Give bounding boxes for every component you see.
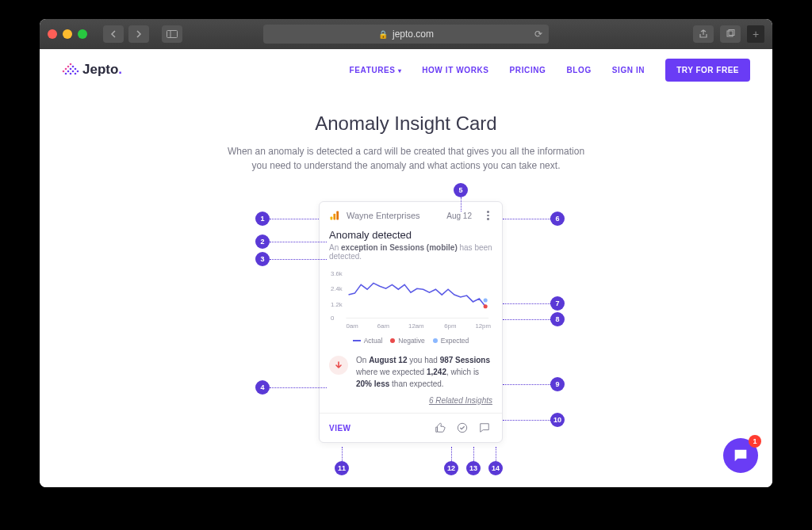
svg-point-5 (67, 66, 70, 68)
negative-point (484, 304, 488, 308)
url-text: jepto.com (393, 29, 434, 40)
svg-rect-19 (336, 212, 339, 220)
analytics-icon (329, 210, 340, 221)
share-button[interactable] (693, 25, 714, 43)
callout-14: 14 (488, 447, 503, 475)
nav-signin[interactable]: SIGN IN (612, 66, 645, 74)
svg-point-30 (458, 423, 466, 432)
svg-point-8 (70, 68, 72, 71)
card-header: Wayne Enterprises Aug 12 (320, 202, 502, 226)
svg-text:6pm: 6pm (444, 322, 456, 330)
logo[interactable]: Jepto. (62, 62, 122, 78)
chart-legend: Actual Negative Expected (329, 334, 492, 351)
svg-point-13 (77, 71, 79, 73)
legend-actual: Actual (353, 337, 383, 345)
card-summary: On August 12 you had 987 Sessions where … (320, 351, 502, 396)
summary-text: On August 12 you had 987 Sessions where … (356, 354, 492, 390)
callout-9: 9 (503, 377, 565, 391)
line-chart: 3.6k 2.4k 1.2k 0 0am 6a (329, 267, 492, 330)
chevron-down-icon: ▾ (398, 67, 402, 74)
check-circle-icon[interactable] (454, 420, 470, 436)
nav-features[interactable]: FEATURES▾ (350, 66, 402, 74)
callout-2: 2 (255, 234, 327, 249)
page-subtitle: When an anomaly is detected a card will … (224, 144, 588, 173)
callout-11: 11 (335, 447, 349, 475)
address-bar[interactable]: 🔒 jepto.com ⟳ (263, 25, 549, 44)
callout-6: 6 (503, 212, 565, 226)
footer-icons (432, 420, 492, 436)
trend-down-icon (329, 356, 348, 375)
logo-text: Jepto. (82, 62, 122, 78)
expected-point (484, 298, 488, 302)
lock-icon: 🔒 (378, 30, 388, 39)
svg-text:3.6k: 3.6k (331, 270, 343, 277)
svg-rect-18 (333, 214, 335, 220)
site-header: Jepto. FEATURES▾ HOW IT WORKS PRICING BL… (40, 49, 772, 90)
svg-point-16 (75, 73, 77, 75)
maximize-window[interactable] (78, 29, 87, 39)
nav-cta-button[interactable]: TRY FOR FREE (665, 59, 750, 82)
tabs-button[interactable] (720, 25, 741, 43)
thumbs-up-icon[interactable] (432, 420, 448, 436)
callout-13: 13 (466, 447, 481, 475)
svg-point-11 (67, 71, 70, 73)
svg-text:12am: 12am (408, 322, 424, 330)
nav-how-it-works[interactable]: HOW IT WORKS (422, 66, 488, 74)
card-date: Aug 12 (446, 212, 472, 220)
reload-icon[interactable]: ⟳ (534, 29, 542, 40)
svg-point-10 (63, 71, 65, 73)
legend-negative: Negative (390, 337, 425, 345)
svg-point-7 (65, 68, 67, 71)
nav-blog[interactable]: BLOG (566, 66, 591, 74)
forward-button[interactable] (128, 25, 149, 43)
titlebar-right: + (693, 25, 764, 43)
sidebar-toggle[interactable] (162, 25, 182, 43)
callout-12: 12 (444, 447, 458, 475)
svg-text:0am: 0am (347, 322, 358, 330)
callout-10: 10 (503, 413, 565, 427)
logo-icon (62, 63, 79, 77)
callout-3: 3 (255, 252, 327, 266)
page-content: Jepto. FEATURES▾ HOW IT WORKS PRICING BL… (40, 49, 772, 487)
comment-icon[interactable] (477, 420, 492, 436)
new-tab-button[interactable]: + (747, 25, 764, 43)
account-name: Wayne Enterprises (347, 211, 440, 220)
main-nav: FEATURES▾ HOW IT WORKS PRICING BLOG SIGN… (350, 59, 750, 82)
more-icon[interactable] (483, 211, 492, 220)
insight-card: Wayne Enterprises Aug 12 Anomaly detecte… (319, 201, 503, 443)
chat-badge: 1 (749, 435, 761, 448)
svg-point-9 (75, 68, 77, 71)
svg-point-14 (65, 73, 67, 75)
nav-buttons (103, 25, 182, 43)
related-insights-link[interactable]: 6 Related Insights (320, 396, 502, 413)
legend-expected: Expected (433, 337, 469, 345)
svg-point-6 (72, 66, 75, 68)
card-footer: VIEW (320, 413, 502, 442)
svg-text:1.2k: 1.2k (331, 301, 343, 308)
svg-rect-17 (331, 217, 333, 220)
view-button[interactable]: VIEW (329, 424, 351, 433)
close-window[interactable] (48, 29, 57, 39)
svg-point-4 (70, 63, 72, 66)
svg-text:6am: 6am (377, 322, 389, 330)
minimize-window[interactable] (63, 29, 72, 39)
chart: 3.6k 2.4k 1.2k 0 0am 6a (320, 261, 502, 351)
browser-window: 🔒 jepto.com ⟳ + (40, 19, 772, 487)
card-subtitle: An exception in Sessions (mobile) has be… (320, 241, 502, 261)
nav-pricing[interactable]: PRICING (510, 66, 546, 74)
svg-point-15 (70, 73, 72, 75)
svg-text:2.4k: 2.4k (331, 285, 343, 292)
callout-8: 8 (503, 312, 565, 326)
back-button[interactable] (103, 25, 124, 43)
browser-titlebar: 🔒 jepto.com ⟳ + (40, 19, 772, 49)
svg-rect-0 (167, 31, 178, 38)
chat-widget[interactable]: 1 (723, 438, 758, 473)
callout-5: 5 (454, 183, 468, 212)
callout-1: 1 (255, 212, 319, 226)
svg-point-12 (72, 71, 75, 73)
callout-7: 7 (503, 296, 565, 311)
hero: Anomaly Insight Card When an anomaly is … (40, 90, 772, 173)
page-title: Anomaly Insight Card (40, 112, 772, 135)
card-title: Anomaly detected (320, 226, 502, 241)
svg-text:12pm: 12pm (475, 322, 491, 330)
